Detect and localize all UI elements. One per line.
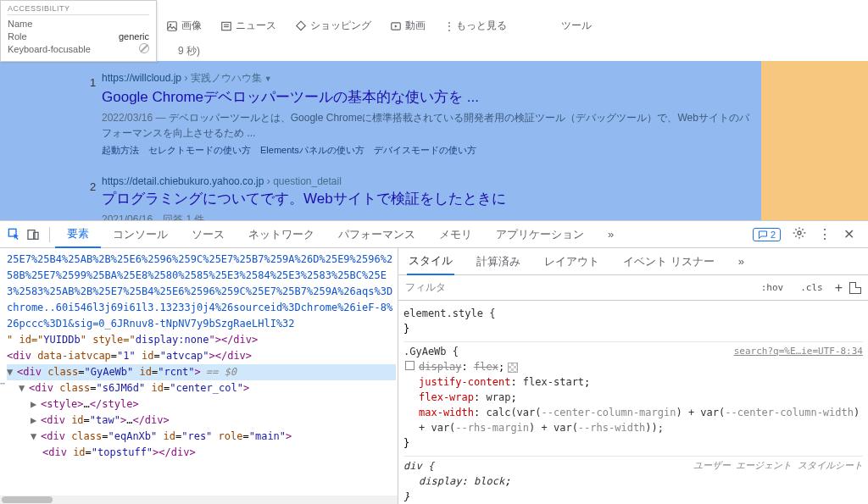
result-breadcrumb[interactable]: https://willcloud.jp › 実践ノウハウ集▼	[102, 71, 749, 86]
rule-source-link[interactable]: search?q=%E…ie=UTF-8:34	[734, 344, 863, 359]
svg-point-9	[798, 231, 801, 235]
scrollbar-thumb[interactable]	[2, 496, 53, 503]
nav-news[interactable]: ニュース	[220, 19, 276, 33]
gear-icon[interactable]	[793, 226, 806, 242]
subtab-more[interactable]: »	[737, 248, 746, 275]
styles-pane: スタイル 計算済み レイアウト イベント リスナー » フィルタ :hov .c…	[398, 248, 868, 504]
acc-header: ACCESSIBILITY	[8, 4, 149, 15]
news-icon	[220, 20, 232, 32]
result-sitelinks[interactable]: 起動方法 セレクトモードの使い方 Elementsパネルの使い方 デバイスモード…	[102, 144, 749, 157]
filter-input[interactable]: フィルタ	[405, 280, 749, 295]
tab-application[interactable]: アプリケーション	[484, 221, 596, 248]
message-icon	[758, 230, 768, 240]
device-toggle-icon[interactable]	[25, 227, 41, 242]
acc-name-label: Name	[8, 18, 32, 30]
nav-video[interactable]: 動画	[390, 19, 426, 33]
acc-role-label: Role	[8, 30, 27, 43]
result-stats: 9 秒)	[178, 44, 200, 58]
tab-performance[interactable]: パフォーマンス	[326, 221, 427, 248]
nav-more[interactable]: ⋮もっと見る	[444, 19, 507, 33]
tab-elements[interactable]: 要素	[55, 221, 101, 248]
dom-node[interactable]: <div id="topstuff"></div>	[7, 445, 396, 461]
nav-images[interactable]: 画像	[166, 19, 202, 33]
nav-shopping[interactable]: ショッピング	[295, 19, 371, 33]
subtab-styles[interactable]: スタイル	[407, 248, 454, 275]
acc-kf-label: Keyboard-focusable	[8, 43, 91, 56]
dom-url-fragment: 25E7%25B4%25AB%2B%25E6%2596%259C%25E7%25…	[7, 252, 396, 332]
styles-filter-bar: フィルタ :hov .cls +	[398, 275, 868, 301]
tab-console[interactable]: コンソール	[101, 221, 180, 248]
property-checkbox[interactable]	[405, 361, 415, 370]
result-breadcrumb[interactable]: https://detail.chiebukuro.yahoo.co.jp › …	[102, 175, 749, 187]
tab-memory[interactable]: メモリ	[427, 221, 484, 248]
subtab-listeners[interactable]: イベント リスナー	[621, 248, 716, 275]
new-rule-button[interactable]: +	[835, 280, 843, 296]
svg-point-1	[170, 24, 171, 25]
result-title[interactable]: Google Chromeデベロッパーツールの基本的な使い方を ...	[102, 87, 749, 107]
devtools-tabbar: 要素 コンソール ソース ネットワーク パフォーマンス メモリ アプリケーション…	[0, 221, 868, 248]
inspector-highlight-margin	[761, 61, 868, 220]
collapse-triangle-icon[interactable]: ▼	[7, 364, 15, 380]
result-title[interactable]: プログラミングについてです。Webサイトで検証をしたときに	[102, 189, 749, 208]
dom-tree-pane[interactable]: 25E7%25B4%25AB%2B%25E6%2596%259C%25E7%25…	[0, 248, 398, 504]
devtools-panel: 要素 コンソール ソース ネットワーク パフォーマンス メモリ アプリケーション…	[0, 220, 868, 504]
tab-more[interactable]: »	[596, 221, 626, 248]
rule-element-style[interactable]: element.style { }	[403, 304, 863, 342]
svg-rect-0	[168, 21, 177, 30]
dom-node[interactable]: ▼<div class="s6JM6d" id="center_col">	[7, 380, 396, 396]
image-icon	[166, 20, 178, 32]
selected-dom-node[interactable]: ▼<div class="GyAeWb" id="rcnt">== $0	[7, 364, 396, 380]
ua-stylesheet-label: ユーザー エージェント スタイルシート	[693, 458, 863, 474]
result-snippet: 2022/03/16 — デベロッパーツールとは、Google Chromeに標…	[102, 110, 749, 141]
acc-role-value: generic	[119, 30, 149, 43]
messages-badge[interactable]: 2	[753, 228, 781, 241]
divider	[49, 227, 50, 242]
close-icon[interactable]: ✕	[843, 226, 854, 242]
subtab-computed[interactable]: 計算済み	[475, 248, 522, 275]
play-icon	[390, 20, 402, 32]
hov-toggle[interactable]: :hov	[756, 280, 789, 296]
breadcrumb-dots[interactable]: ⋯	[0, 379, 5, 388]
kebab-icon[interactable]: ⋮	[818, 226, 832, 242]
search-result: 1 https://willcloud.jp › 実践ノウハウ集▼ Google…	[102, 71, 749, 157]
rule-gyaewb[interactable]: search?q=%E…ie=UTF-8:34 .GyAeWb { displa…	[403, 342, 863, 457]
flex-editor-icon[interactable]	[508, 363, 518, 373]
chevron-down-icon[interactable]: ▼	[264, 75, 272, 83]
rule-div-ua[interactable]: ユーザー エージェント スタイルシート div { display: block…	[403, 457, 863, 504]
not-focusable-icon	[139, 43, 149, 53]
css-rules-list[interactable]: element.style { } search?q=%E…ie=UTF-8:3…	[398, 301, 868, 504]
tag-icon	[295, 20, 307, 32]
nav-tools[interactable]: ツール	[561, 19, 592, 33]
tab-network[interactable]: ネットワーク	[236, 221, 326, 248]
subtab-layout[interactable]: レイアウト	[542, 248, 601, 275]
styles-tabbar: スタイル 計算済み レイアウト イベント リスナー »	[398, 248, 868, 275]
dom-node[interactable]: ▼<div class="eqAnXb" id="res" role="main…	[7, 429, 396, 445]
inspect-icon[interactable]	[7, 227, 22, 242]
dom-node[interactable]: ▶<div id="taw">…</div>	[7, 413, 396, 429]
tab-sources[interactable]: ソース	[180, 221, 236, 248]
dom-node[interactable]: ▶<style>…</style>	[7, 396, 396, 413]
search-nav-tabs: 画像 ニュース ショッピング 動画 ⋮もっと見る ツール	[166, 19, 868, 33]
accessibility-tooltip: ACCESSIBILITY Name Rolegeneric Keyboard-…	[0, 0, 157, 62]
horizontal-scrollbar[interactable]	[0, 496, 398, 504]
computed-toggle-icon[interactable]	[849, 282, 861, 294]
cls-toggle[interactable]: .cls	[795, 280, 828, 296]
